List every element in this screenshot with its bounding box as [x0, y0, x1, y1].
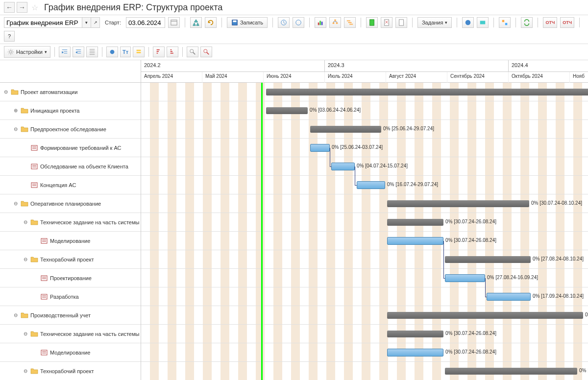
- svg-rect-11: [336, 23, 338, 24]
- gantt-bar[interactable]: [487, 293, 531, 301]
- sync-button[interactable]: [521, 17, 533, 28]
- org-button[interactable]: [329, 17, 341, 28]
- ext2-button[interactable]: [477, 17, 489, 28]
- tree-row[interactable]: ⊖Проект автоматизации: [0, 83, 141, 101]
- gantt-bar[interactable]: [387, 312, 583, 319]
- sort2-button[interactable]: [167, 47, 178, 57]
- help-button[interactable]: ?: [4, 31, 15, 42]
- ext3-button[interactable]: [499, 17, 511, 28]
- gantt-bar[interactable]: [387, 219, 443, 226]
- svg-point-26: [190, 49, 194, 53]
- gantt-row: 0% [30.07.24-26.08.24]: [141, 343, 588, 362]
- gantt-bar[interactable]: [357, 181, 385, 189]
- tree-row[interactable]: ⊖Техническое задание на часть системы: [0, 213, 141, 232]
- gantt-bar[interactable]: [445, 368, 577, 375]
- report2-button[interactable]: ОТЧ: [560, 17, 574, 28]
- tree-row[interactable]: Формирование требований к АС: [0, 139, 141, 157]
- expander-icon[interactable]: ⊕: [13, 108, 19, 113]
- tree-label: Технорабочий проект: [40, 257, 94, 262]
- project-input[interactable]: [4, 17, 82, 28]
- start-date-input[interactable]: [126, 17, 165, 28]
- marker-button[interactable]: [106, 47, 118, 57]
- expander-icon[interactable]: ⊖: [13, 201, 19, 206]
- tree-row[interactable]: Проектирование: [0, 269, 141, 287]
- bar-label: 0% [04.07.24-15.07.24]: [357, 163, 408, 168]
- gantt-bar[interactable]: [445, 256, 531, 263]
- combo-open[interactable]: ↗: [91, 17, 100, 28]
- expander-icon[interactable]: ⊖: [23, 331, 28, 336]
- zoom1-button[interactable]: [187, 47, 198, 57]
- gantt-bar[interactable]: [310, 126, 381, 133]
- combo-dropdown[interactable]: ▾: [82, 17, 91, 28]
- project-combo[interactable]: ▾ ↗: [4, 17, 100, 28]
- bar-label: 0% [30.07.24-26.08.24]: [445, 238, 496, 243]
- expand-button[interactable]: [86, 47, 98, 57]
- svg-rect-25: [137, 52, 141, 53]
- doc3-button[interactable]: [395, 17, 407, 28]
- gantt-bar[interactable]: [387, 200, 529, 207]
- expander-icon[interactable]: ⊖: [13, 126, 19, 132]
- tree-row[interactable]: ⊖Производственный учет: [0, 306, 141, 325]
- bar-label: 0% [03.06.24-24.06.24]: [310, 107, 361, 113]
- tree-row[interactable]: ⊖Предпроектное обследование: [0, 120, 141, 139]
- month-header: Октябрь 2024: [509, 72, 570, 83]
- doc2-button[interactable]: [381, 17, 392, 28]
- tree-row[interactable]: Разработка: [0, 287, 141, 306]
- gantt-row: 0% [04.07.24-15.07.24]: [141, 157, 588, 176]
- gantt-bar[interactable]: [266, 107, 308, 114]
- tree-row[interactable]: Обследование на объекте Клиента: [0, 157, 141, 176]
- text-button[interactable]: Tт: [120, 47, 131, 57]
- tree-row[interactable]: ⊕Инициация проекта: [0, 101, 141, 120]
- tree-label: Формирование требований к АС: [40, 145, 122, 151]
- expander-icon[interactable]: ⊖: [23, 219, 28, 225]
- doc1-button[interactable]: [366, 17, 378, 28]
- expander-icon[interactable]: ⊖: [13, 312, 19, 318]
- tree-row[interactable]: ⊖Техническое задание на часть системы: [0, 325, 141, 343]
- tree-row[interactable]: Концепция АС: [0, 176, 141, 194]
- zoom2-button[interactable]: [200, 47, 212, 57]
- action1-button[interactable]: [278, 17, 290, 28]
- back-button[interactable]: ←: [4, 2, 15, 13]
- gantt-row: 0% [25.06.24-29.07.24]: [141, 120, 588, 139]
- svg-rect-19: [480, 21, 486, 24]
- report1-button[interactable]: ОТЧ: [543, 17, 557, 28]
- gantt-bar[interactable]: [387, 331, 443, 337]
- expander-icon[interactable]: ⊖: [23, 257, 28, 262]
- svg-point-5: [296, 20, 301, 25]
- refresh-button[interactable]: [205, 17, 217, 28]
- gantt-bar[interactable]: [310, 144, 330, 152]
- calendar-button[interactable]: [168, 17, 180, 28]
- filter-button[interactable]: [133, 47, 145, 57]
- ext1-button[interactable]: [462, 17, 474, 28]
- hierarchy-button[interactable]: [190, 17, 202, 28]
- chart-button[interactable]: [315, 17, 326, 28]
- bar-label: 0% [25.06.24-03.07.24]: [332, 144, 383, 150]
- gantt-bar[interactable]: [331, 163, 355, 170]
- quarter-header: 2024.3: [325, 60, 509, 71]
- tasks-button[interactable]: Задания▾: [417, 17, 452, 28]
- sort1-button[interactable]: [153, 47, 165, 57]
- gantt-row: 0% [30.07.24: [141, 306, 588, 325]
- action2-button[interactable]: [293, 17, 304, 28]
- settings-button[interactable]: Настройки ▾: [4, 46, 50, 58]
- gantt-bar[interactable]: [266, 89, 588, 95]
- tree-row[interactable]: Моделирование: [0, 232, 141, 250]
- gantt-row: 0% [25.06.24-03.07.24]: [141, 139, 588, 157]
- tree-row[interactable]: ⊖Технорабочий проект: [0, 250, 141, 269]
- favorite-icon[interactable]: ☆: [31, 3, 38, 12]
- forward-button[interactable]: →: [17, 2, 27, 13]
- tree-row[interactable]: Моделирование: [0, 343, 141, 362]
- tree-row[interactable]: ⊖Технорабочий проект: [0, 362, 141, 380]
- gantt-bar[interactable]: [387, 237, 443, 245]
- indent-in-button[interactable]: [73, 47, 84, 57]
- gantt-bar[interactable]: [445, 274, 485, 282]
- tree-row[interactable]: ⊖Оперативное планирование: [0, 194, 141, 213]
- expander-icon[interactable]: ⊖: [3, 89, 9, 95]
- svg-rect-33: [31, 164, 37, 169]
- gantt-bar[interactable]: [387, 349, 443, 356]
- gantt-button[interactable]: [344, 17, 356, 28]
- indent-out-button[interactable]: [59, 47, 71, 57]
- expander-icon[interactable]: ⊖: [23, 368, 28, 374]
- svg-rect-10: [333, 23, 335, 24]
- save-button[interactable]: Записать: [227, 17, 268, 28]
